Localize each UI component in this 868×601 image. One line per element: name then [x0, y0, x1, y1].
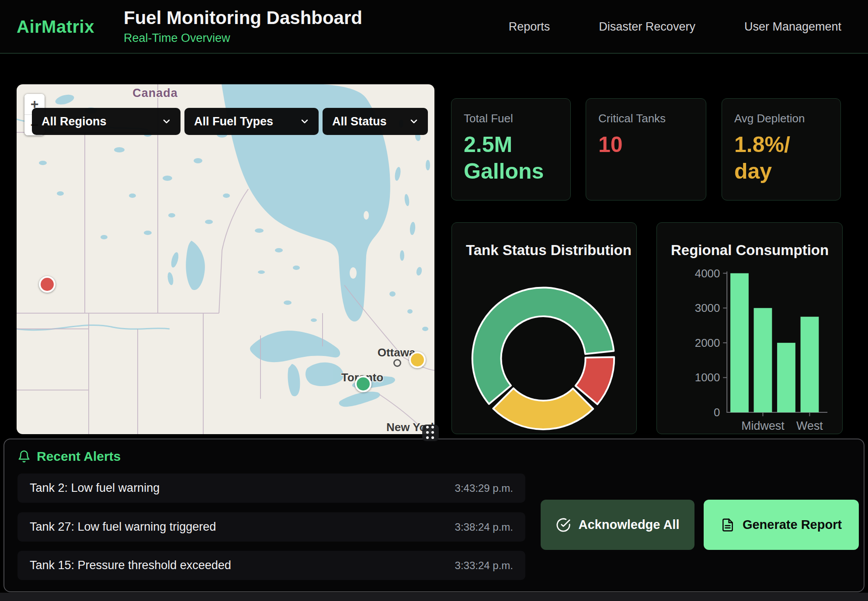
status-filter-dropdown[interactable]: All Status	[323, 108, 428, 135]
svg-text:1000: 1000	[695, 371, 720, 383]
ottawa-town-dot	[393, 359, 401, 367]
stat-label: Avg Depletion	[734, 112, 828, 125]
check-circle-icon	[556, 518, 571, 532]
nav-disaster-recovery[interactable]: Disaster Recovery	[599, 20, 695, 34]
page-title: Fuel Monitoring Dashboard	[124, 8, 362, 28]
alert-timestamp: 3:33:24 p.m.	[455, 560, 513, 572]
bell-icon	[17, 450, 31, 463]
svg-text:2000: 2000	[695, 337, 720, 349]
region-filter-dropdown[interactable]: All Regions	[32, 108, 181, 135]
map[interactable]: + − All Regions All Fuel Types All Statu…	[17, 84, 434, 434]
nav-reports[interactable]: Reports	[509, 20, 550, 34]
svg-text:0: 0	[714, 406, 720, 418]
tank-marker-critical[interactable]	[39, 276, 56, 293]
alert-timestamp: 3:43:29 p.m.	[455, 482, 513, 494]
regional-consumption-card: Regional Consumption 01000200030004000Mi…	[656, 222, 843, 434]
tank-status-distribution-card: Tank Status Distribution	[451, 222, 637, 434]
title-block: Fuel Monitoring Dashboard Real-Time Over…	[124, 8, 362, 45]
svg-text:4000: 4000	[695, 267, 720, 280]
stat-value: 10	[598, 131, 694, 158]
alert-message: Tank 2: Low fuel warning	[30, 481, 160, 495]
bottom-scrollbar-track[interactable]	[0, 593, 868, 601]
brand-logo: AirMatrix	[17, 0, 94, 54]
stat-card-total-fuel: Total Fuel 2.5M Gallons	[451, 98, 571, 200]
stat-label: Total Fuel	[464, 112, 558, 125]
chevron-down-icon	[409, 116, 419, 127]
alerts-title: Recent Alerts	[37, 449, 121, 464]
tank-marker-normal[interactable]	[355, 376, 372, 392]
generate-report-button[interactable]: Generate Report	[704, 500, 859, 550]
map-filters: All Regions All Fuel Types All Status	[32, 108, 428, 135]
svg-text:Midwest: Midwest	[741, 419, 785, 432]
recent-alerts-panel: Recent Alerts Tank 2: Low fuel warning 3…	[3, 439, 865, 592]
fuel-type-filter-dropdown[interactable]: All Fuel Types	[184, 108, 319, 135]
acknowledge-all-button[interactable]: Acknowledge All	[541, 500, 694, 550]
svg-text:3000: 3000	[695, 302, 720, 314]
acknowledge-all-label: Acknowledge All	[579, 518, 680, 532]
file-text-icon	[721, 518, 735, 532]
page-subtitle: Real-Time Overview	[124, 31, 362, 45]
svg-text:West: West	[796, 419, 823, 432]
stat-card-critical-tanks: Critical Tanks 10	[586, 98, 706, 200]
main-nav: Reports Disaster Recovery User Managemen…	[509, 0, 841, 54]
stat-card-avg-depletion: Avg Depletion 1.8%/ day	[722, 98, 841, 200]
status-filter-value: All Status	[332, 115, 387, 128]
generate-report-label: Generate Report	[743, 518, 842, 532]
map-label-canada: Canada	[132, 86, 178, 100]
alert-row[interactable]: Tank 15: Pressure threshold exceeded 3:3…	[17, 551, 525, 580]
regional-consumption-bar-chart: 01000200030004000MidwestWest	[657, 223, 842, 434]
stat-value: 2.5M Gallons	[464, 131, 558, 185]
nav-user-management[interactable]: User Management	[744, 20, 841, 34]
stat-label: Critical Tanks	[598, 112, 694, 125]
map-resize-handle[interactable]	[422, 425, 439, 441]
region-filter-value: All Regions	[42, 115, 107, 128]
alert-message: Tank 27: Low fuel warning triggered	[30, 520, 216, 534]
alert-row[interactable]: Tank 2: Low fuel warning 3:43:29 p.m.	[17, 473, 525, 503]
chevron-down-icon	[161, 116, 172, 127]
tank-marker-warning[interactable]	[409, 352, 426, 368]
fuel-type-filter-value: All Fuel Types	[194, 115, 273, 128]
chevron-down-icon	[299, 116, 310, 127]
stat-value: 1.8%/ day	[734, 131, 828, 185]
alert-row[interactable]: Tank 27: Low fuel warning triggered 3:38…	[17, 512, 525, 542]
alert-timestamp: 3:38:24 p.m.	[455, 521, 513, 533]
alerts-header: Recent Alerts	[17, 449, 121, 464]
alert-message: Tank 15: Pressure threshold exceeded	[30, 559, 231, 572]
top-bar: AirMatrix Fuel Monitoring Dashboard Real…	[0, 0, 868, 54]
tank-status-donut-chart	[452, 223, 636, 434]
